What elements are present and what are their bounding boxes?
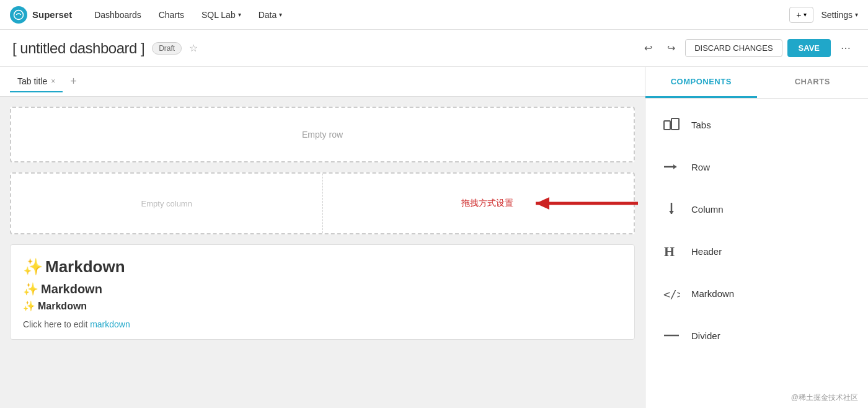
component-divider[interactable]: Divider <box>655 322 858 349</box>
component-markdown[interactable]: </> Markdown <box>655 280 858 307</box>
markdown-h3: ✨Markdown <box>23 300 622 312</box>
svg-rect-4 <box>671 118 679 130</box>
header-actions: ↩ ↪ DISCARD CHANGES SAVE ⋯ <box>639 38 856 58</box>
data-chevron-icon: ▾ <box>279 11 282 18</box>
redo-button[interactable]: ↪ <box>662 38 680 58</box>
sparkle-icon-1: ✨ <box>23 257 43 276</box>
panel-tabs: COMPONENTS CHARTS <box>645 67 868 99</box>
save-button[interactable]: SAVE <box>787 39 831 57</box>
nav-sql-lab[interactable]: SQL Lab ▾ <box>194 6 249 24</box>
markdown-section: ✨Markdown ✨Markdown ✨Markdown Click here… <box>10 244 635 340</box>
dashboard-tab[interactable]: Tab title × <box>10 71 63 92</box>
header-icon: H <box>660 240 683 262</box>
component-row[interactable]: Row <box>655 153 858 180</box>
row-icon <box>660 156 683 178</box>
tabs-icon <box>660 113 683 136</box>
watermark: @稀土掘金技术社区 <box>791 392 858 403</box>
sql-lab-chevron-icon: ▾ <box>238 11 241 18</box>
discard-changes-button[interactable]: DISCARD CHANGES <box>685 39 782 57</box>
dashboard-header: [ untitled dashboard ] Draft ☆ ↩ ↪ DISCA… <box>0 30 868 67</box>
more-options-button[interactable]: ⋯ <box>836 38 856 58</box>
columns-row-wrapper: Empty column 拖拽方式设置 <box>10 172 635 234</box>
markdown-edit-link[interactable]: markdown <box>90 319 130 329</box>
undo-button[interactable]: ↩ <box>639 38 657 58</box>
left-panel: Tab title × + Empty row Empty column <box>0 67 645 408</box>
main-layout: Tab title × + Empty row Empty column <box>0 67 868 408</box>
sparkle-icon-3: ✨ <box>23 301 35 311</box>
header-label: Header <box>691 246 722 257</box>
markdown-icon: </> <box>660 282 683 304</box>
svg-point-0 <box>14 10 24 19</box>
svg-marker-6 <box>673 164 676 169</box>
plus-chevron-icon: ▾ <box>804 11 807 18</box>
logo-text: Superset <box>32 9 72 20</box>
empty-column: Empty column <box>11 174 323 233</box>
tab-title-label: Tab title <box>17 76 47 86</box>
right-panel: COMPONENTS CHARTS Tabs <box>645 67 868 408</box>
column-icon <box>660 198 683 220</box>
top-nav: Superset Dashboards Charts SQL Lab ▾ Dat… <box>0 0 868 30</box>
tabs-bar: Tab title × + <box>0 67 645 97</box>
markdown-edit-hint: Click here to edit markdown <box>23 319 622 329</box>
settings-chevron-icon: ▾ <box>855 11 858 18</box>
add-button[interactable]: + ▾ <box>789 7 813 23</box>
dashboard-title[interactable]: [ untitled dashboard ] <box>12 40 144 57</box>
empty-row: Empty row <box>10 107 635 162</box>
divider-label: Divider <box>691 330 720 341</box>
nav-right: + ▾ Settings ▾ <box>789 7 858 23</box>
draft-badge: Draft <box>152 42 182 55</box>
markdown-h2: ✨Markdown <box>23 282 622 296</box>
svg-rect-3 <box>664 121 670 130</box>
sparkle-icon-2: ✨ <box>23 282 38 296</box>
divider-icon <box>660 324 683 347</box>
markdown-h1: ✨Markdown <box>23 257 622 277</box>
tab-close-icon[interactable]: × <box>51 77 55 86</box>
nav-data[interactable]: Data ▾ <box>251 6 290 24</box>
tab-components[interactable]: COMPONENTS <box>645 67 757 98</box>
nav-items: Dashboards Charts SQL Lab ▾ Data ▾ <box>87 6 290 24</box>
dashboard-content: Empty row Empty column 拖拽方式设置 <box>0 97 645 350</box>
component-column[interactable]: Column <box>655 195 858 223</box>
add-tab-icon[interactable]: + <box>68 73 79 91</box>
markdown-label: Markdown <box>691 288 734 299</box>
panel-content: Tabs Row <box>645 99 868 361</box>
svg-text:</>: </> <box>663 288 680 301</box>
tab-charts[interactable]: CHARTS <box>757 67 869 98</box>
tabs-label: Tabs <box>691 120 711 130</box>
nav-charts[interactable]: Charts <box>151 6 192 24</box>
logo-icon <box>10 6 27 24</box>
svg-text:H: H <box>664 244 675 259</box>
settings-menu[interactable]: Settings ▾ <box>821 10 858 20</box>
row-label: Row <box>691 162 710 172</box>
nav-dashboards[interactable]: Dashboards <box>87 6 149 24</box>
star-icon[interactable]: ☆ <box>189 42 198 54</box>
logo[interactable]: Superset <box>10 6 72 24</box>
empty-column-2 <box>323 174 634 233</box>
svg-marker-8 <box>669 211 674 214</box>
component-header[interactable]: H Header <box>655 237 858 265</box>
columns-row: Empty column <box>10 172 635 234</box>
component-tabs[interactable]: Tabs <box>655 111 858 138</box>
column-label: Column <box>691 204 724 215</box>
